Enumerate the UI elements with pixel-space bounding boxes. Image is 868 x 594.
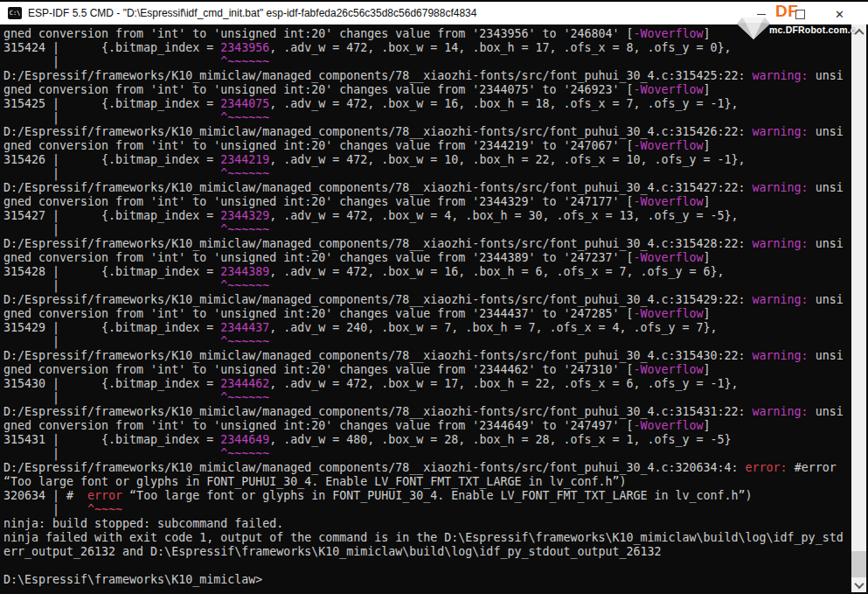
dfrobot-gem-icon	[736, 15, 771, 45]
terminal-line: gned conversion from 'int' to 'unsigned …	[3, 307, 851, 321]
terminal-line: D:/Espressif/frameworks/K10_mimiclaw/man…	[3, 69, 851, 83]
terminal-line: gned conversion from 'int' to 'unsigned …	[3, 139, 851, 153]
close-icon: ✕	[835, 9, 844, 20]
terminal-lines: gned conversion from 'int' to 'unsigned …	[3, 27, 851, 587]
cmd-icon-label: C:\	[10, 10, 21, 17]
dfrobot-watermark-df: DF	[775, 2, 798, 21]
terminal-line: D:/Espressif/frameworks/K10_mimiclaw/man…	[3, 405, 851, 419]
terminal-line: ninja: build stopped: subcommand failed.	[3, 517, 851, 531]
chevron-down-icon	[854, 578, 864, 588]
terminal-output[interactable]: gned conversion from 'int' to 'unsigned …	[2, 24, 851, 592]
terminal-line: D:/Espressif/frameworks/K10_mimiclaw/man…	[3, 237, 851, 251]
terminal-line: | ^~~~~~~	[3, 335, 851, 349]
terminal-line: D:/Espressif/frameworks/K10_mimiclaw/man…	[3, 125, 851, 139]
terminal-line: | ^~~~~~~	[3, 279, 851, 293]
terminal-line	[3, 559, 851, 573]
terminal-line: gned conversion from 'int' to 'unsigned …	[3, 419, 851, 433]
terminal-line: | ^~~~~~~	[3, 111, 851, 125]
terminal-line: gned conversion from 'int' to 'unsigned …	[3, 251, 851, 265]
terminal-line: D:\Espressif\frameworks\K10_mimiclaw>	[3, 573, 851, 587]
close-button[interactable]: ✕	[820, 3, 859, 24]
terminal-line: err_output_26132 and D:\Espressif\framew…	[3, 545, 851, 559]
scrollbar-thumb[interactable]	[851, 551, 866, 577]
terminal-line: gned conversion from 'int' to 'unsigned …	[3, 27, 851, 41]
terminal-line: | ^~~~~~~	[3, 223, 851, 237]
scroll-down-button[interactable]	[851, 577, 866, 592]
terminal-line: ninja failed with exit code 1, output of…	[3, 531, 851, 545]
cmd-window: C:\ ESP-IDF 5.5 CMD - "D:\Espressif\idf_…	[0, 0, 868, 594]
terminal-line: 315426 | {.bitmap_index = 2344219, .adv_…	[3, 153, 851, 167]
cmd-icon: C:\	[8, 7, 22, 19]
terminal-line: D:/Espressif/frameworks/K10_mimiclaw/man…	[3, 293, 851, 307]
terminal-line: D:/Espressif/frameworks/K10_mimiclaw/man…	[3, 181, 851, 195]
scrollbar[interactable]	[851, 24, 866, 592]
terminal-line: “Too large font or glyphs in FONT_PUHUI_…	[3, 475, 851, 489]
terminal-line: | ^~~~~~~	[3, 391, 851, 405]
terminal-line: | ^~~~~	[3, 503, 851, 517]
terminal-line: 315427 | {.bitmap_index = 2344329, .adv_…	[3, 209, 851, 223]
terminal-line: 315430 | {.bitmap_index = 2344462, .adv_…	[3, 377, 851, 391]
terminal-line: gned conversion from 'int' to 'unsigned …	[3, 195, 851, 209]
terminal-line: D:/Espressif/frameworks/K10_mimiclaw/man…	[3, 461, 851, 475]
window-title: ESP-IDF 5.5 CMD - "D:\Espressif\idf_cmd_…	[28, 7, 476, 19]
terminal-line: D:/Espressif/frameworks/K10_mimiclaw/man…	[3, 349, 851, 363]
terminal-line: 320634 | # error “Too large font or glyp…	[3, 489, 851, 503]
terminal-line: 315424 | {.bitmap_index = 2343956, .adv_…	[3, 41, 851, 55]
terminal-line: gned conversion from 'int' to 'unsigned …	[3, 83, 851, 97]
terminal-line: | ^~~~~~~	[3, 167, 851, 181]
dfrobot-watermark-url: mc.DFRobot.com.c	[769, 24, 856, 35]
terminal-line: 315431 | {.bitmap_index = 2344649, .adv_…	[3, 433, 851, 447]
terminal-line: 315425 | {.bitmap_index = 2344075, .adv_…	[3, 97, 851, 111]
terminal-line: | ^~~~~~~	[3, 55, 851, 69]
terminal-line: 315428 | {.bitmap_index = 2344389, .adv_…	[3, 265, 851, 279]
terminal-line: gned conversion from 'int' to 'unsigned …	[3, 363, 851, 377]
terminal-line: 315429 | {.bitmap_index = 2344437, .adv_…	[3, 321, 851, 335]
terminal-line: | ^~~~~~~	[3, 447, 851, 461]
